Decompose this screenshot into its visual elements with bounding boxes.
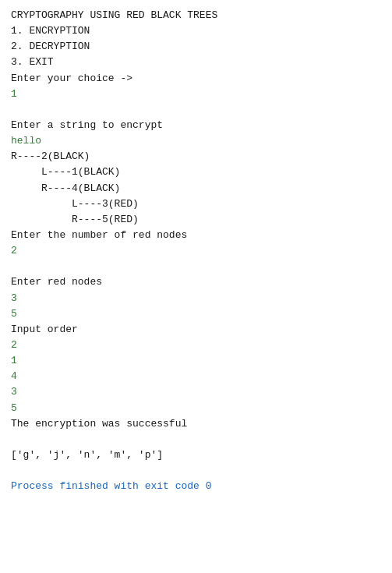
terminal-line: R----4(BLACK)	[11, 181, 381, 196]
terminal-line	[11, 259, 381, 274]
terminal-line: Enter your choice ->	[11, 71, 381, 87]
terminal-line: 2	[11, 338, 381, 353]
terminal-line: 3	[11, 384, 381, 400]
terminal-line: 2	[11, 243, 381, 259]
terminal-line: L----1(BLACK)	[11, 164, 381, 180]
terminal-line: Input order	[11, 322, 381, 338]
terminal-line: Enter red nodes	[11, 274, 381, 290]
terminal-line: L----3(RED)	[11, 196, 381, 212]
terminal-line: 5	[11, 306, 381, 322]
terminal-line: 3	[11, 291, 381, 306]
terminal-line: CRYPTOGRAPHY USING RED BLACK TREES	[11, 8, 381, 23]
terminal-line: R----5(RED)	[11, 212, 381, 228]
terminal-line: ['g', 'j', 'n', 'm', 'p']	[11, 447, 381, 463]
terminal-line	[11, 102, 381, 118]
terminal-output: CRYPTOGRAPHY USING RED BLACK TREES1. ENC…	[11, 8, 381, 494]
terminal-line	[11, 463, 381, 479]
terminal-line: hello	[11, 133, 381, 149]
terminal-line: 1	[11, 87, 381, 102]
terminal-line: 2. DECRYPTION	[11, 39, 381, 55]
terminal-line	[11, 432, 381, 447]
terminal-line: 5	[11, 401, 381, 416]
terminal-line: Enter a string to encrypt	[11, 118, 381, 133]
terminal-line: 1	[11, 353, 381, 369]
terminal-line: 3. EXIT	[11, 55, 381, 70]
terminal-line: Enter the number of red nodes	[11, 228, 381, 243]
terminal-line: 4	[11, 369, 381, 384]
terminal-line: Process finished with exit code 0	[11, 479, 381, 494]
terminal-line: R----2(BLACK)	[11, 149, 381, 164]
terminal-line: The encryption was successful	[11, 416, 381, 432]
terminal-line: 1. ENCRYPTION	[11, 23, 381, 39]
